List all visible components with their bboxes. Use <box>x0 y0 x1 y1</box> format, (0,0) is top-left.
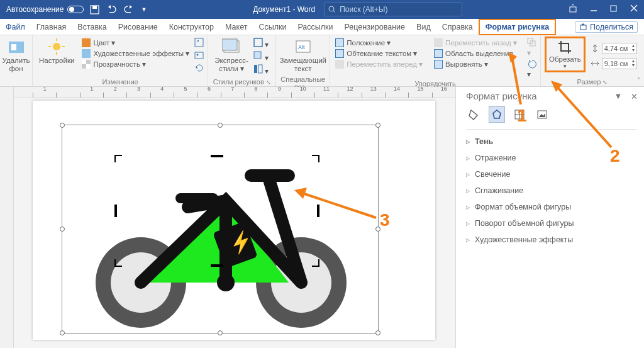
svg-rect-22 <box>195 38 203 47</box>
svg-rect-23 <box>195 52 203 59</box>
tab-view[interactable]: Вид <box>411 19 436 35</box>
reset-picture-icon[interactable] <box>194 63 204 74</box>
search-placeholder: Поиск (Alt+Ы) <box>340 5 387 14</box>
qat-dropdown-icon[interactable]: ▼ <box>141 6 147 13</box>
crop-region[interactable] <box>116 156 318 266</box>
group-label-styles: Стили рисунков ⤡ <box>212 77 272 86</box>
svg-rect-26 <box>222 39 237 50</box>
width-input[interactable]: 9,18 см▴▾ <box>602 58 637 69</box>
selection-pane-button[interactable]: Область выделения <box>433 48 518 59</box>
svg-line-56 <box>556 86 611 147</box>
svg-line-54 <box>512 57 521 104</box>
tab-mailings[interactable]: Рассылки <box>292 19 338 35</box>
tab-layout[interactable]: Макет <box>219 19 253 35</box>
save-icon[interactable] <box>90 5 99 14</box>
pane-tab-effects-icon[interactable] <box>489 106 505 123</box>
remove-background-button[interactable]: Удалить фон <box>4 36 28 74</box>
alt-text-icon: Alt <box>294 38 312 55</box>
height-input[interactable]: 4,74 см▴▾ <box>602 43 637 54</box>
pane-node[interactable]: Художественные эффекты <box>466 232 636 248</box>
tab-references[interactable]: Ссылки <box>253 19 292 35</box>
brush-icon <box>82 49 91 58</box>
styles-icon <box>222 38 241 55</box>
ribbon-options-icon[interactable] <box>569 4 577 15</box>
pane-tab-fill-icon[interactable] <box>466 106 482 123</box>
svg-rect-1 <box>92 6 97 9</box>
align-icon <box>434 60 443 69</box>
position-button[interactable]: Положение ▾ <box>334 38 424 48</box>
tab-picture-format[interactable]: Формат рисунка <box>479 19 556 35</box>
svg-rect-27 <box>254 38 262 47</box>
selection-pane-icon <box>434 49 443 58</box>
svg-rect-6 <box>611 6 616 11</box>
close-icon[interactable] <box>630 4 638 15</box>
color-button[interactable]: Цвет ▾ <box>80 38 191 48</box>
tab-draw[interactable]: Рисование <box>113 19 164 35</box>
alt-text-button[interactable]: Alt Замещающий текст <box>280 36 326 74</box>
search-box[interactable]: Поиск (Alt+Ы) <box>324 3 462 16</box>
wrap-text-button[interactable]: Обтекание текстом ▾ <box>334 48 424 59</box>
share-button[interactable]: Поделиться <box>575 21 644 33</box>
bring-forward-button[interactable]: Переместить вперед ▾ <box>334 59 424 69</box>
svg-rect-18 <box>82 49 91 58</box>
change-picture-icon[interactable] <box>194 50 204 61</box>
redo-icon[interactable] <box>124 5 133 14</box>
pane-node[interactable]: Свечение <box>466 166 636 182</box>
forward-icon <box>335 60 344 69</box>
picture-effects-icon[interactable]: ▾ <box>253 51 269 62</box>
send-backward-button[interactable]: Переместить назад ▾ <box>433 38 518 48</box>
backward-icon <box>434 38 443 47</box>
tab-insert[interactable]: Вставка <box>72 19 112 35</box>
picture-layout-icon[interactable]: ▾ <box>253 64 269 76</box>
maximize-icon[interactable] <box>610 4 618 15</box>
title-bar: Автосохранение ▼ Документ1 - Word Поиск … <box>0 0 644 19</box>
artistic-effects-button[interactable]: Художественные эффекты ▾ <box>80 48 191 59</box>
svg-rect-4 <box>570 7 576 12</box>
picture-styles-button[interactable]: Экспресс- стили ▾ <box>212 36 251 76</box>
annotation-arrow-3 <box>294 188 389 225</box>
annotation-1: 1 <box>517 106 527 126</box>
group-label-adjust: Изменение <box>36 77 204 86</box>
annotation-3: 3 <box>380 210 390 230</box>
annotation-arrow-2 <box>551 81 620 156</box>
svg-line-58 <box>301 193 376 218</box>
svg-rect-17 <box>82 38 91 47</box>
tab-help[interactable]: Справка <box>436 19 479 35</box>
search-icon <box>328 6 336 13</box>
width-icon <box>591 59 599 68</box>
minimize-icon[interactable] <box>590 4 597 15</box>
pane-close-icon[interactable]: ✕ <box>631 92 638 101</box>
transparency-button[interactable]: Прозрачность ▾ <box>80 59 191 69</box>
autosave-toggle[interactable] <box>67 6 84 13</box>
svg-rect-9 <box>580 25 586 30</box>
brightness-icon <box>48 38 65 55</box>
corrections-button[interactable]: Настройки <box>36 36 77 74</box>
annotation-2: 2 <box>610 146 620 166</box>
svg-rect-21 <box>86 64 91 69</box>
svg-point-2 <box>329 6 334 11</box>
pane-node[interactable]: Формат объемной фигуры <box>466 199 636 215</box>
share-icon <box>579 23 587 31</box>
document-title: Документ1 - Word <box>253 5 315 14</box>
horizontal-ruler: 112345678910111213141516 <box>14 87 455 98</box>
tab-design[interactable]: Конструктор <box>164 19 219 35</box>
svg-point-24 <box>197 54 199 56</box>
tab-home[interactable]: Главная <box>31 19 72 35</box>
collapse-ribbon-icon[interactable]: ˄ <box>637 77 640 84</box>
undo-icon[interactable] <box>107 5 116 14</box>
svg-rect-28 <box>254 52 261 59</box>
svg-rect-30 <box>258 65 262 73</box>
pane-node[interactable]: Сглаживание <box>466 182 636 199</box>
svg-rect-20 <box>82 60 86 64</box>
align-button[interactable]: Выровнять ▾ <box>433 59 518 69</box>
ribbon-tabs: Файл Главная Вставка Рисование Конструкт… <box>0 19 644 35</box>
svg-marker-48 <box>493 110 501 118</box>
palette-icon <box>82 38 91 47</box>
svg-rect-46 <box>114 205 117 217</box>
pane-node[interactable]: Поворот объемной фигуры <box>466 215 636 232</box>
svg-marker-59 <box>294 188 307 199</box>
tab-review[interactable]: Рецензирование <box>339 19 411 35</box>
picture-border-icon[interactable]: ▾ <box>253 38 269 49</box>
compress-pictures-icon[interactable] <box>194 38 204 48</box>
tab-file[interactable]: Файл <box>0 19 31 35</box>
